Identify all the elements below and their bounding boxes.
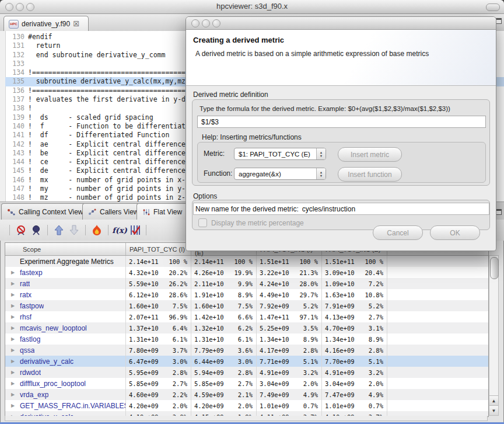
scroll-down-icon[interactable]: ▼ (489, 405, 498, 415)
dialog-titlebar[interactable] (186, 17, 496, 30)
close-tab-icon[interactable]: ☒ (73, 20, 79, 27)
insert-function-button[interactable]: Insert function (338, 167, 402, 182)
percentage-checkbox-label: Display the metric percentage (211, 219, 304, 227)
scrollbar-thumb[interactable] (490, 257, 499, 279)
metric-dropdown[interactable]: $1: PAPI_TOT_CYC (E) ▲▼ (234, 148, 326, 160)
derived-metric-fx-icon[interactable]: f(x) (113, 224, 126, 237)
line-text: ! de - Explicit central difference (28, 166, 186, 175)
minimize-window-icon[interactable] (16, 3, 24, 11)
scope-name: fastlog (20, 335, 40, 343)
line-number: 142 (5, 140, 28, 149)
expand-triangle-icon[interactable]: ▶ (11, 392, 17, 397)
expand-triangle-icon[interactable]: ▶ (11, 281, 17, 286)
col-header-scope[interactable]: Scope (5, 243, 126, 255)
table-row[interactable]: ▶ fastexp 4.32e+1020.2% 4.26e+1019.9% 3.… (5, 267, 488, 278)
dialog-close-icon[interactable] (191, 19, 200, 27)
table-row[interactable]: ▶ fastpow 1.60e+107.5% 1.60e+107.5% 7.92… (5, 300, 488, 311)
stepper-icon: ▲▼ (316, 148, 326, 159)
cell-ins-e: 1.34e+108.9% (322, 333, 387, 345)
zoom-window-icon[interactable] (26, 3, 34, 11)
hot-path-flame-icon[interactable] (90, 224, 103, 237)
expand-triangle-icon[interactable]: ▶ (11, 370, 17, 375)
stepper-icon: ▲▼ (316, 168, 326, 179)
table-row[interactable]: ▶ mcavis_new_looptool 1.37e+106.4% 1.32e… (5, 322, 488, 333)
table-row[interactable]: ▶ diffflux_proc_looptool 5.85e+092.7% 5.… (5, 378, 488, 389)
line-text: ! ce - Explicit central difference (28, 158, 186, 166)
new-name-label: New name for the derived metric: (194, 205, 301, 213)
table-row[interactable]: ▶ ratt 5.59e+1026.2% 2.11e+109.9% 4.24e+… (5, 278, 488, 289)
close-window-icon[interactable] (5, 3, 13, 11)
function-dropdown[interactable]: aggregate(&x) ▲▼ (234, 168, 326, 180)
expand-triangle-icon[interactable]: ▶ (11, 325, 17, 331)
expand-triangle-icon[interactable]: ▶ (11, 314, 17, 319)
line-number: 141 (5, 131, 28, 140)
tab-label: Calling Context View (19, 208, 83, 216)
zoom-out-icon[interactable] (68, 224, 80, 237)
tab-callers-view[interactable]: Callers View (82, 203, 144, 220)
ok-button[interactable]: OK (430, 225, 480, 240)
cell-ins-e: 7.47e+094.9% (322, 389, 387, 400)
expand-triangle-icon[interactable]: ▶ (11, 403, 17, 408)
line-text: ! mz - number of grid points in z-d (28, 193, 190, 201)
cell-ins-i: 1.34e+108.9% (257, 333, 322, 345)
formula-input[interactable] (197, 116, 486, 128)
cancel-button[interactable]: Cancel (373, 225, 423, 240)
tab-flat-view[interactable]: Flat View (136, 203, 188, 220)
col-header-papi-tot-cyc-i[interactable]: PAPI_TOT_CYC (I) (126, 243, 191, 255)
callers-view-icon (88, 208, 97, 216)
expand-triangle-icon[interactable]: ▶ (11, 292, 17, 297)
cell-cyc-i: 4.32e+1020.2% (126, 267, 191, 278)
cell-ins-i: 7.92e+095.2% (257, 300, 322, 311)
expand-triangle-icon[interactable]: ▶ (11, 359, 17, 364)
hpc-file-icon: HPC (9, 20, 19, 29)
table-row[interactable]: ▶ qssa 7.80e+093.7% 7.79e+093.6% 4.17e+0… (5, 345, 488, 356)
expand-triangle-icon[interactable]: ▶ (11, 381, 17, 386)
vertical-scrollbar[interactable]: ▲ ▼ (489, 255, 499, 416)
tab-calling-context-view[interactable]: Calling Context View (1, 203, 89, 220)
table-row[interactable]: ▶ rhsf 2.07e+1196.9% 1.42e+106.6% 1.47e+… (5, 311, 488, 322)
help-groupbox: Metric: $1: PAPI_TOT_CYC (E) ▲▼ Insert m… (197, 142, 486, 183)
table-row[interactable]: ▶ vrda_exp 4.60e+092.2% 4.59e+092.1% 7.4… (5, 389, 488, 400)
dialog-minimize-icon[interactable] (202, 19, 210, 27)
horizontal-scroll-area[interactable] (5, 416, 488, 421)
cell-cyc-i: 1.37e+106.4% (126, 322, 191, 333)
scope-name: qssa (20, 346, 34, 355)
cell-ins-i: 5.25e+093.5% (257, 322, 322, 333)
tab-derivative-y-f90[interactable]: HPC derivative_y.f90 ☒ (4, 16, 89, 32)
new-name-input[interactable] (301, 204, 489, 214)
cell-cyc-i: 6.47e+093.0% (126, 356, 191, 367)
table-row[interactable]: ▶ Experiment Aggregate Metrics 2.14e+111… (5, 256, 488, 267)
toolbar-toggle-button[interactable] (486, 4, 500, 11)
flatten-icon[interactable] (15, 224, 27, 237)
expand-triangle-icon[interactable]: ▶ (11, 347, 17, 353)
line-text: ! evaluates the first derivative in y-di (28, 95, 190, 104)
main-titlebar: hpcviewer: s3d_f90.x (0, 0, 504, 14)
cell-cyc-e: 4.59e+092.1% (191, 389, 257, 400)
table-row[interactable]: ▶ rdwdot 5.95e+092.8% 5.94e+092.8% 4.91e… (5, 367, 488, 378)
table-row[interactable]: ▶ fastlog 1.31e+106.1% 1.31e+106.1% 1.34… (5, 333, 488, 345)
line-text: ! ae - Explicit central difference (28, 140, 186, 149)
scope-name: diffflux_proc_looptool (20, 380, 86, 388)
column-selection-icon[interactable] (128, 224, 141, 237)
table-row[interactable]: ▶ derivative_y_calc 6.47e+093.0% 6.44e+0… (5, 356, 488, 367)
table-row[interactable]: ▶ ratx 6.12e+1028.6% 1.91e+108.9% 4.49e+… (5, 289, 488, 300)
line-text: end subroutine derivative_y_comm (28, 51, 165, 60)
expand-triangle-icon[interactable]: ▶ (11, 270, 17, 275)
scope-name: Experiment Aggregate Metrics (20, 258, 114, 266)
scope-name: rhsf (20, 313, 32, 321)
line-text: ! df - Differentiated Function (28, 131, 169, 140)
insert-metric-button[interactable]: Insert metric (338, 147, 402, 162)
expand-triangle-icon[interactable]: ▶ (11, 303, 17, 308)
unflatten-icon[interactable] (30, 224, 43, 237)
cell-ins-i: 1.47e+1197.1% (257, 311, 322, 322)
percentage-checkbox[interactable] (198, 218, 207, 227)
scroll-up-icon[interactable]: ▲ (489, 395, 498, 405)
line-number: 136 (5, 86, 28, 95)
table-row[interactable]: ▶ GET_MASS_FRAC.in.VARIABLES_M 4.20e+092… (5, 400, 488, 411)
expand-triangle-icon[interactable]: ▶ (11, 336, 17, 342)
scope-name: vrda_exp (20, 391, 48, 399)
zoom-in-icon[interactable] (52, 224, 65, 237)
dialog-zoom-icon[interactable] (212, 19, 220, 27)
line-number: 144 (5, 158, 28, 166)
editor-tab-label: derivative_y.f90 (22, 20, 70, 28)
